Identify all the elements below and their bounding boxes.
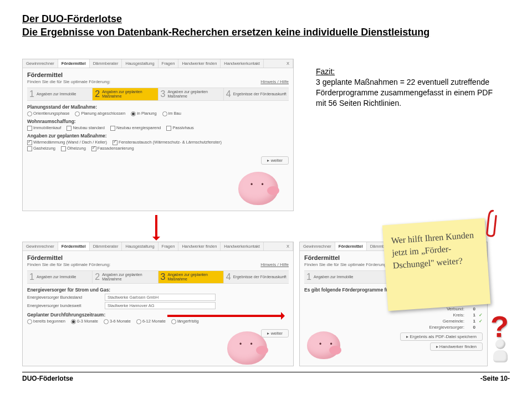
panel-hint[interactable]: Hinweis / Hilfe: [260, 262, 289, 267]
tab-foerdermittel[interactable]: Fördermittel: [58, 59, 90, 68]
radio-planung-abg[interactable]: Planung abgeschlossen: [75, 111, 125, 116]
sec-planungsstand: Planungsstand der Maßnahme:: [27, 104, 289, 110]
chk-immokauf[interactable]: Immobilienkauf: [27, 125, 61, 130]
check-icon: ✓: [479, 313, 483, 318]
title-block: Der DUO-Förderlotse Die Ergebnisse von D…: [22, 12, 510, 39]
title-line1: Der DUO-Förderlotse: [22, 12, 510, 25]
row-ev-value: 0: [468, 325, 475, 330]
footer: DUO-Föderlotse -Seite 10-: [22, 372, 510, 382]
step-4[interactable]: 4Ergebnisse der Förderauskunft: [223, 270, 289, 284]
paperclip-icon: [484, 209, 499, 240]
tab-foerdermittel[interactable]: Fördermittel: [335, 242, 367, 250]
tab-gewinnrechner[interactable]: Gewinnrechner: [23, 242, 58, 250]
tab-daemmberater[interactable]: Dämmberater: [90, 59, 122, 68]
row-kreis-label: Kreis:: [415, 313, 464, 318]
footer-right: -Seite 10-: [480, 375, 510, 382]
step-1[interactable]: 1Angaben zur Immobilie: [304, 270, 393, 284]
chk-fassade[interactable]: Fassadensanierung: [91, 146, 134, 151]
weiter-button[interactable]: ▸ weiter: [261, 156, 289, 165]
tabbar: Gewinnrechner Fördermittel Dämmberater H…: [23, 59, 293, 68]
chk-passivhaus[interactable]: Passivhaus: [166, 125, 193, 130]
chk-oelheizung[interactable]: Ölheizung: [61, 146, 86, 151]
check-icon: ✓: [479, 319, 483, 324]
radio-3-6[interactable]: 3-6 Monate: [104, 319, 131, 324]
step-1[interactable]: 1Angaben zur Immobilie: [27, 88, 92, 101]
tab-gewinnrechner[interactable]: Gewinnrechner: [23, 59, 58, 68]
sec-massnahme: Angaben zur geplanten Maßnahme:: [27, 133, 289, 139]
piggy-bank-icon: [227, 331, 267, 365]
tab-handwerkerkontakt[interactable]: Handwerkerkontakt: [221, 242, 264, 250]
tab-daemmberater[interactable]: Dämmberater: [90, 242, 122, 250]
radio-begonnen[interactable]: bereits begonnen: [27, 319, 65, 324]
chk-fensteraustausch[interactable]: Fensteraustausch (Wärmeschutz- & Lärmsch…: [112, 140, 222, 145]
sticky-note-text: Wer hilft Ihren Kunden jetzt im „Förder-…: [391, 230, 474, 270]
panel-sub: Finden Sie die für Sie optimale Förderun…: [27, 79, 110, 84]
question-mark-icon: ?: [490, 309, 509, 344]
radio-laengerfristig[interactable]: längerfristig: [171, 319, 199, 324]
lbl-ev-bundesweit: Energieversorger bundesweit: [27, 303, 99, 308]
step-2[interactable]: 2Angaben zur geplanten Maßnahme: [92, 88, 157, 101]
step-3[interactable]: 3Angaben zur geplanten Maßnahme: [158, 88, 223, 101]
footer-left: DUO-Föderlotse: [22, 375, 73, 382]
btn-pdf[interactable]: ▸ Ergebnis als PDF-Datei speichern: [400, 332, 483, 341]
select-ev-bundesweit[interactable]: Stadtwerke Hannover AG: [105, 302, 216, 309]
tab-handwerker-finden[interactable]: Handwerker finden: [178, 242, 221, 250]
chk-neubau-energ[interactable]: Neubau energiesparend: [110, 125, 161, 130]
panel-sub: Finden Sie die für Sie optimale Förderun…: [27, 262, 110, 267]
fazit-body: 3 geplante Maßnahmen = 22 eventuell zutr…: [316, 78, 493, 108]
btn-handwerker[interactable]: ▸ Handwerker finden: [430, 342, 483, 351]
chk-neubau-std[interactable]: Neubau standard: [66, 125, 105, 130]
tab-fragen[interactable]: Fragen: [158, 59, 179, 68]
tab-close[interactable]: X: [283, 242, 293, 250]
panel-heading: Fördermittel: [27, 71, 289, 78]
tab-handwerker-finden[interactable]: Handwerker finden: [178, 59, 221, 68]
tab-hausgestaltung[interactable]: Hausgestaltung: [122, 59, 158, 68]
sticky-note: Wer hilft Ihren Kunden jetzt im „Förder-…: [382, 218, 490, 311]
piggy-bank-icon: [307, 331, 340, 359]
row-ev-label: Energieversorger:: [415, 325, 464, 330]
tab-fragen[interactable]: Fragen: [158, 242, 179, 250]
select-ev-bundesland[interactable]: Stadtwerke Garbsen GmbH: [105, 294, 216, 301]
radio-0-3[interactable]: 0-3 Monate: [71, 319, 98, 324]
step-3[interactable]: 3Angaben zur geplanten Maßnahme: [158, 270, 223, 284]
tab-gewinnrechner[interactable]: Gewinnrechner: [300, 242, 335, 250]
step-4[interactable]: 4Ergebnisse der Förderauskunft: [223, 88, 289, 101]
sec-wohnraum: Wohnraumschaffung:: [27, 119, 289, 124]
lbl-ev-bundesland: Energieversorger Bundesland: [27, 295, 99, 300]
chk-gasheizung[interactable]: Gasheizung: [27, 146, 55, 151]
sec-energieversorger: Energieversorger für Strom und Gas:: [27, 287, 289, 293]
step-1[interactable]: 1Angaben zur Immobilie: [27, 270, 92, 284]
piggy-bank-icon: [238, 172, 278, 205]
row-gemeinde-value: 1: [468, 319, 475, 324]
arrow-right-icon: [167, 315, 284, 317]
radio-6-12[interactable]: 6-12 Monate: [136, 319, 166, 324]
step-2[interactable]: 2Angaben zur geplanten Maßnahme: [92, 270, 157, 284]
row-gemeinde-label: Gemeinde:: [415, 319, 464, 324]
weiter-button[interactable]: ▸ weiter: [261, 329, 289, 337]
row-verbund-value: 0: [468, 306, 475, 311]
panel-heading: Fördermittel: [27, 254, 289, 261]
tab-foerdermittel[interactable]: Fördermittel: [58, 242, 90, 250]
radio-in-planung[interactable]: in Planung: [131, 111, 156, 116]
tab-handwerkerkontakt[interactable]: Handwerkerkontakt: [221, 59, 264, 68]
radio-orientierung[interactable]: Orientierungsphase: [27, 111, 69, 116]
tab-close[interactable]: X: [283, 59, 293, 68]
fazit-block: Fazit: 3 geplante Maßnahmen = 22 eventue…: [316, 66, 504, 109]
wizard-steps: 1Angaben zur Immobilie 2Angaben zur gepl…: [27, 88, 289, 101]
arrow-down-icon: [155, 215, 157, 239]
person-figure-icon: [491, 339, 510, 364]
radio-im-bau[interactable]: im Bau: [162, 111, 181, 116]
chk-waermedaemmung[interactable]: Wärmedämmung (Wand / Dach / Keller): [27, 140, 107, 145]
panel-hint[interactable]: Hinweis / Hilfe: [260, 79, 289, 84]
row-kreis-value: 1: [468, 313, 475, 318]
title-line2: Die Ergebnisse von Datenbank-Recherchen …: [22, 25, 510, 39]
fazit-heading: Fazit:: [316, 67, 335, 76]
